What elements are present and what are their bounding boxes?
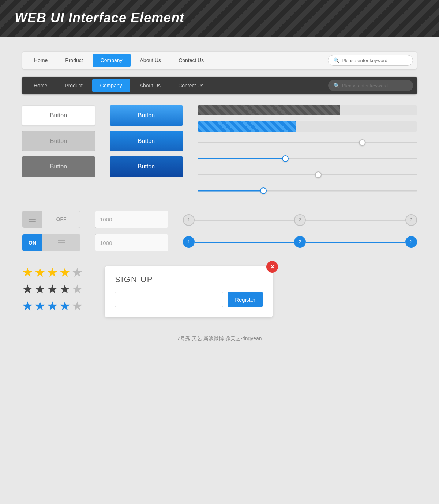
toggle-on-label: ON [22, 234, 42, 251]
button-darkgray[interactable]: Button [22, 156, 95, 177]
nav-light-search[interactable]: 🔍 [328, 55, 413, 66]
step-line-1-active [195, 242, 294, 243]
toggle-on-handle [42, 234, 80, 251]
nav-dark: Home Product Company About Us Contect Us… [22, 77, 417, 94]
button-blue-dark[interactable]: Button [110, 156, 183, 177]
step-node-3-inactive[interactable]: 3 [405, 214, 417, 226]
slider-thumb-1[interactable] [359, 139, 365, 146]
button-blue-mid[interactable]: Button [110, 131, 183, 151]
stars-section: ★ ★ ★ ★ ★ ★ ★ ★ ★ ★ ★ ★ ★ ★ ★ [22, 266, 417, 317]
register-button[interactable]: Register [228, 292, 263, 307]
search-icon: 🔍 [333, 57, 339, 63]
step-line-2-active [306, 242, 405, 243]
progress-bars-section [198, 105, 417, 196]
star-gold-4[interactable]: ★ [59, 266, 70, 278]
slider-track-1 [198, 142, 417, 143]
nav-light-item-aboutus[interactable]: About Us [132, 54, 169, 67]
nav-dark-search[interactable]: 🔍 [328, 80, 413, 91]
slider-row-1 [198, 139, 417, 146]
star-dark-4[interactable]: ★ [59, 283, 70, 295]
select-input[interactable] [95, 234, 168, 251]
star-blue-4[interactable]: ★ [59, 300, 70, 312]
signup-input-row: Register [115, 292, 263, 307]
stars-row-gold: ★ ★ ★ ★ ★ [22, 266, 83, 278]
star-gold-3[interactable]: ★ [47, 266, 58, 278]
nav-dark-item-aboutus[interactable]: About Us [132, 79, 169, 92]
toggle-col: OFF ON [22, 211, 80, 251]
slider-row-4 [198, 187, 417, 194]
slider-thumb-3[interactable] [315, 171, 322, 178]
star-blue-3[interactable]: ★ [47, 300, 58, 312]
step-node-1-active[interactable]: 1 [183, 236, 195, 248]
step-node-2-inactive[interactable]: 2 [294, 214, 306, 226]
nav-dark-item-contactus[interactable]: Contect Us [170, 79, 211, 92]
nav-dark-item-home[interactable]: Home [26, 79, 55, 92]
nav-light-item-product[interactable]: Product [57, 54, 91, 67]
progress-bar-dark [198, 105, 417, 115]
progress-fill-dark [198, 105, 340, 115]
nav-dark-item-company[interactable]: Company [92, 79, 130, 92]
nav-light-section: Home Product Company About Us Contect Us… [22, 51, 417, 94]
star-dark-3[interactable]: ★ [47, 283, 58, 295]
step-line-2-inactive [306, 220, 405, 221]
slider-thumb-2[interactable] [282, 155, 289, 162]
star-blue-1[interactable]: ★ [22, 300, 33, 312]
button-white[interactable]: Button [22, 105, 95, 126]
toggle-off-handle [22, 211, 42, 228]
signup-title: SIGN UP [115, 275, 263, 284]
slider-track-3 [198, 174, 417, 175]
toggle-on-bar-1 [58, 240, 65, 241]
slider-fill-2 [198, 158, 285, 159]
star-gold-5[interactable]: ★ [72, 266, 83, 278]
star-dark-1[interactable]: ★ [22, 283, 33, 295]
star-gold-2[interactable]: ★ [34, 266, 45, 278]
number-input-1[interactable] [95, 211, 168, 228]
progress-fill-blue [198, 121, 296, 132]
star-dark-5[interactable]: ★ [72, 283, 83, 295]
button-col-left: Button Button Button [22, 105, 95, 177]
nav-light-item-contactus[interactable]: Contect Us [170, 54, 212, 67]
step-node-1-inactive[interactable]: 1 [183, 214, 195, 226]
number-input-col: ▲ ▼ ▼ [95, 211, 168, 251]
slider-row-3 [198, 171, 417, 178]
step-node-3-active[interactable]: 3 [405, 236, 417, 248]
button-blue-light[interactable]: Button [110, 105, 183, 126]
step-line-1-inactive [195, 220, 294, 221]
nav-light-item-company[interactable]: Company [93, 54, 131, 67]
nav-dark-item-product[interactable]: Product [57, 79, 90, 92]
toggle-off-label: OFF [42, 216, 80, 222]
controls-section: OFF ON ▲ ▼ [22, 211, 417, 251]
button-gray[interactable]: Button [22, 131, 95, 151]
select-wrap: ▼ [95, 234, 168, 251]
number-input-spinner: ▲ ▼ [95, 211, 168, 228]
progress-bar-blue [198, 121, 417, 132]
slider-thumb-4[interactable] [260, 187, 267, 194]
star-gold-1[interactable]: ★ [22, 266, 33, 278]
toggle-bar-3 [29, 221, 36, 222]
star-blue-2[interactable]: ★ [34, 300, 45, 312]
nav-light-item-home[interactable]: Home [26, 54, 56, 67]
step-node-2-active[interactable]: 2 [294, 236, 306, 248]
page-title: WEB UI Interface Element [15, 10, 424, 26]
nav-dark-search-input[interactable] [342, 83, 408, 88]
slider-fill-4 [198, 190, 263, 192]
toggle-bar-1 [29, 217, 36, 217]
toggle-bar-2 [29, 219, 36, 220]
step-indicator-active: 1 2 3 [183, 236, 417, 248]
star-dark-2[interactable]: ★ [34, 283, 45, 295]
main-content: Home Product Company About Us Contect Us… [0, 37, 439, 357]
buttons-section: Button Button Button Button Button Butto… [22, 105, 417, 196]
stars-row-dark: ★ ★ ★ ★ ★ [22, 283, 83, 295]
toggle-on[interactable]: ON [22, 234, 80, 251]
nav-light-search-input[interactable] [342, 58, 408, 63]
nav-light: Home Product Company About Us Contect Us… [22, 51, 417, 69]
slider-row-2 [198, 155, 417, 162]
star-blue-5[interactable]: ★ [72, 300, 83, 312]
stars-row-blue: ★ ★ ★ ★ ★ [22, 300, 83, 312]
header: WEB UI Interface Element [0, 0, 439, 37]
toggle-off[interactable]: OFF [22, 211, 80, 228]
close-button[interactable]: ✕ [266, 261, 278, 273]
signup-input[interactable] [115, 292, 223, 307]
button-col-right: Button Button Button [110, 105, 183, 177]
footer-text: 7号秀 天艺 新浪微博 @天艺-tingyean [177, 336, 262, 341]
